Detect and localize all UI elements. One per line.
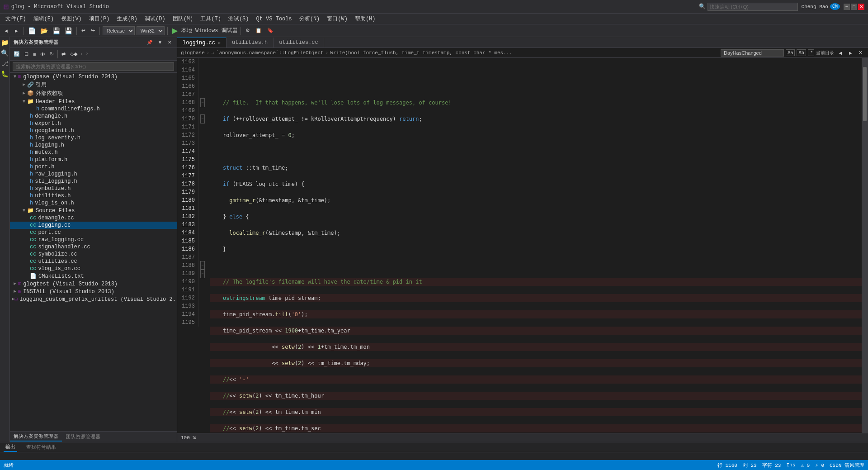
tab-utilities-h[interactable]: utilities.h: [226, 38, 274, 47]
menu-build[interactable]: 生成(B): [113, 14, 141, 24]
breadcrumb-project[interactable]: glogbase: [181, 50, 205, 56]
tree-item-logging-h[interactable]: h logging.h: [10, 142, 177, 149]
find-case-sensitive[interactable]: Aa: [786, 49, 795, 56]
back-button[interactable]: ◄: [2, 27, 10, 34]
panel-menu-button[interactable]: ▼: [156, 39, 164, 46]
fold-icon-1188[interactable]: −: [199, 261, 206, 270]
save-all-button[interactable]: 💾: [63, 26, 74, 35]
tree-item-header-files[interactable]: ▼ 📁 Header Files: [10, 98, 177, 105]
fold-icon-1170[interactable]: −: [199, 115, 206, 123]
tree-item-demangle-h[interactable]: h demangle.h: [10, 113, 177, 120]
tree-item-symbolize-h[interactable]: h symbolize.h: [10, 185, 177, 192]
filter-button[interactable]: ⇌: [60, 50, 67, 58]
find-next[interactable]: ►: [846, 49, 855, 57]
tree-item-commandlineflags-h[interactable]: h commandlineflags.h: [10, 105, 177, 113]
breadcrumb-method[interactable]: Write(bool force_flush, time_t timestamp…: [330, 50, 512, 56]
menu-file[interactable]: 文件(F): [2, 14, 30, 24]
close-button[interactable]: ✕: [858, 4, 864, 10]
tree-item-utilities-h[interactable]: h utilities.h: [10, 192, 177, 199]
quick-launch-area[interactable]: 🔍: [699, 3, 798, 11]
forward-button[interactable]: ►: [12, 27, 21, 34]
undo-button[interactable]: ↩: [80, 27, 87, 34]
menu-edit[interactable]: 编辑(E): [30, 14, 58, 24]
tree-item-stl-logging-h[interactable]: h stl_logging.h: [10, 178, 177, 185]
menu-test[interactable]: 测试(S): [225, 14, 253, 24]
breadcrumb-file[interactable]: →: [211, 50, 214, 56]
toolbar-extra-1[interactable]: ⚙: [244, 27, 252, 34]
editor-scrollbar[interactable]: [862, 58, 868, 433]
find-whole-word[interactable]: Ab: [797, 49, 806, 56]
tab-close-logging-cc[interactable]: ✕: [218, 40, 221, 46]
fold-icon-1189[interactable]: −: [199, 270, 206, 278]
toolbar-extra-3[interactable]: 🔖: [265, 27, 275, 34]
redo-button[interactable]: ↪: [89, 27, 97, 34]
menu-view[interactable]: 视图(V): [57, 14, 85, 24]
tree-item-root[interactable]: ▼ ⊞ glogbase (Visual Studio 2013): [10, 73, 177, 81]
menu-analyze[interactable]: 分析(N): [296, 14, 324, 24]
open-button[interactable]: 📂: [39, 26, 49, 35]
panel-pin-button[interactable]: 📌: [145, 39, 154, 46]
menu-help[interactable]: 帮助(H): [351, 14, 379, 24]
tree-item-glogtest[interactable]: ► ⊞ glogtest (Visual Studio 2013): [10, 280, 177, 288]
find-close[interactable]: ✕: [857, 49, 864, 57]
tree-item-source-files[interactable]: ▼ 📁 Source Files: [10, 207, 177, 214]
activity-debug-icon[interactable]: 🐛: [1, 70, 9, 78]
tree-item-vlog-is-on-cc[interactable]: cc vlog_is_on.cc: [10, 265, 177, 272]
show-all-button[interactable]: 👁: [38, 51, 47, 58]
menu-debug[interactable]: 调试(D): [141, 14, 169, 24]
breadcrumb-namespace[interactable]: `anonymous-namespace`::LogFileObject: [216, 50, 324, 56]
activity-solution-icon[interactable]: 📁: [1, 39, 9, 47]
tree-item-export-h[interactable]: h export.h: [10, 120, 177, 127]
collapse-all-button[interactable]: ⊟: [23, 50, 30, 58]
tree-item-demangle-cc[interactable]: cc demangle.cc: [10, 214, 177, 222]
fold-icon-1168[interactable]: −: [199, 99, 206, 107]
tree-item-install[interactable]: ► ⊞ INSTALL (Visual Studio 2013): [10, 288, 177, 295]
panel-close-button[interactable]: ✕: [166, 39, 173, 46]
scrollbar-thumb[interactable]: [863, 67, 867, 121]
find-input[interactable]: [721, 49, 784, 57]
tree-item-vlog-is-on-h[interactable]: h vlog_is_on.h: [10, 199, 177, 207]
menu-window[interactable]: 窗口(W): [323, 14, 351, 24]
tab-logging-cc[interactable]: logging.cc ✕: [177, 38, 226, 47]
tree-item-symbolize-cc[interactable]: cc symbolize.cc: [10, 251, 177, 258]
tree-item-utilities-cc[interactable]: cc utilities.cc: [10, 258, 177, 265]
view-toggle-button[interactable]: ◇◆: [68, 50, 79, 58]
find-results-tab[interactable]: 查找符号结果: [24, 443, 58, 451]
maximize-button[interactable]: □: [851, 4, 857, 10]
refresh-button[interactable]: ↻: [48, 50, 56, 58]
platform-dropdown[interactable]: Win32 x64: [137, 26, 165, 35]
tree-item-cmakelists[interactable]: 📄 CMakeLists.txt: [10, 272, 177, 280]
solution-explorer-tab[interactable]: 解决方案资源管理器: [10, 432, 62, 442]
play-button[interactable]: ▶: [170, 26, 179, 35]
save-button[interactable]: 💾: [51, 26, 61, 35]
output-tab[interactable]: 输出: [4, 442, 17, 452]
find-prev[interactable]: ◄: [836, 49, 844, 57]
tree-item-raw-logging-cc[interactable]: cc raw_logging.cc: [10, 236, 177, 243]
find-regex[interactable]: .*: [808, 49, 815, 56]
tree-item-external[interactable]: ► 📦 外部依赖项: [10, 89, 177, 98]
tree-item-mutex-h[interactable]: h mutex.h: [10, 149, 177, 156]
properties-button[interactable]: ≡: [31, 51, 38, 58]
tab-utilities-cc[interactable]: utilities.cc: [274, 38, 324, 47]
tree-item-port-h[interactable]: h port.h: [10, 163, 177, 171]
new-file-button[interactable]: 📄: [27, 26, 37, 35]
tree-item-port-cc[interactable]: cc port.cc: [10, 229, 177, 236]
activity-git-icon[interactable]: ⎇: [1, 60, 9, 67]
sync-button[interactable]: 🔄: [12, 50, 22, 58]
tree-item-logging-unittest[interactable]: ► ⊞ logging_custom_prefix_unittest (Visu…: [10, 295, 177, 303]
configuration-dropdown[interactable]: Release Debug: [103, 26, 135, 35]
menu-qt[interactable]: Qt VS Tools: [252, 15, 295, 23]
team-explorer-tab[interactable]: 团队资源管理器: [62, 432, 104, 441]
zoom-level[interactable]: 100 %: [181, 435, 196, 441]
solution-search-input[interactable]: [13, 62, 174, 71]
tree-item-references[interactable]: ► 🔗 引用: [10, 81, 177, 89]
menu-tools[interactable]: 工具(T): [197, 14, 225, 24]
toolbar-extra-2[interactable]: 📋: [254, 27, 264, 34]
tree-item-googleinit-h[interactable]: h googleinit.h: [10, 127, 177, 134]
menu-project[interactable]: 项目(P): [85, 14, 113, 24]
menu-team[interactable]: 团队(M): [169, 14, 197, 24]
tree-item-signalhandler-cc[interactable]: cc signalhandler.cc: [10, 243, 177, 251]
tree-item-platform-h[interactable]: h platform.h: [10, 156, 177, 163]
activity-search-icon[interactable]: 🔍: [1, 49, 9, 57]
minimize-button[interactable]: −: [844, 4, 850, 10]
